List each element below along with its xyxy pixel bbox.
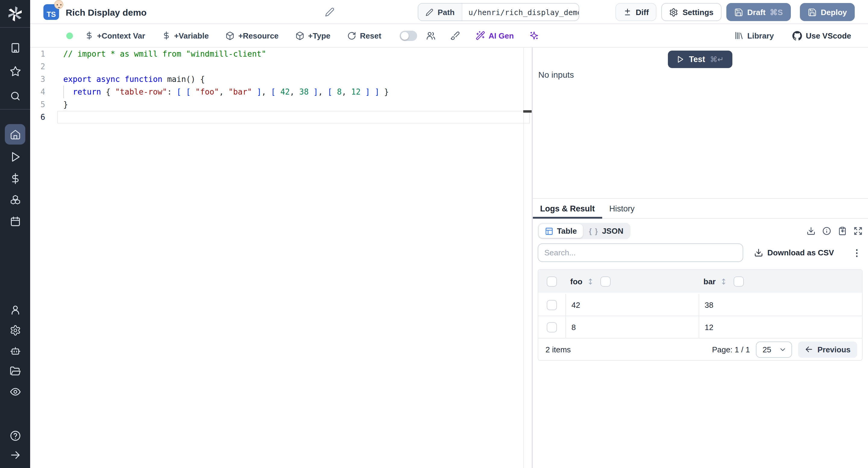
eye-icon xyxy=(9,386,21,397)
brush-icon xyxy=(450,31,460,40)
sidebar-item-workspace[interactable] xyxy=(5,37,25,58)
save-icon xyxy=(807,7,816,16)
home-icon xyxy=(9,129,21,140)
tab-history[interactable]: History xyxy=(602,199,642,218)
reset-icon xyxy=(347,31,356,40)
download-csv-button[interactable]: Download as CSV xyxy=(754,248,834,257)
column-foo-toggle[interactable] xyxy=(600,276,611,287)
sort-foo-button[interactable] xyxy=(587,277,594,285)
sidebar-collapse-button[interactable] xyxy=(5,444,25,465)
sidebar-item-folders[interactable] xyxy=(5,361,25,381)
clipboard-import-icon xyxy=(838,227,847,235)
use-vscode-button[interactable]: Use VScode xyxy=(792,30,851,41)
table-header-row: foo bar xyxy=(538,270,862,293)
download-result-button[interactable] xyxy=(807,227,815,235)
column-bar-toggle[interactable] xyxy=(734,276,744,287)
path-label: Path xyxy=(438,7,455,16)
settings-button[interactable]: Settings xyxy=(661,3,721,21)
add-resource-button[interactable]: +Resource xyxy=(226,31,279,40)
table-menu-button[interactable]: ⋮ xyxy=(852,247,861,258)
arrow-left-icon xyxy=(805,345,813,354)
copy-result-button[interactable] xyxy=(838,227,847,235)
line-number: 5 xyxy=(30,98,52,111)
table-footer: 2 items Page: 1 / 1 25 Previous xyxy=(538,338,862,360)
add-variable-button[interactable]: +Variable xyxy=(162,31,209,40)
sort-icon xyxy=(720,277,727,285)
sidebar-item-search[interactable] xyxy=(5,86,25,106)
view-json-option[interactable]: { } JSON xyxy=(583,224,629,238)
pencil-icon xyxy=(426,8,433,16)
scrollbar-cursor-marker xyxy=(523,110,532,113)
view-table-option[interactable]: Table xyxy=(539,224,583,238)
sidebar-item-audit[interactable] xyxy=(5,381,25,402)
diff-mode-toggle[interactable] xyxy=(399,30,417,41)
page-size-select[interactable]: 25 xyxy=(756,341,792,358)
path-value: u/henri/rich_display_demo xyxy=(462,4,579,21)
sidebar-item-workers[interactable] xyxy=(5,340,25,361)
code-line: return { "table-row": [ [ "foo", "bar" ]… xyxy=(63,86,389,98)
table-cell: 42 xyxy=(565,294,699,315)
ai-sparkles-button[interactable] xyxy=(530,31,539,40)
sidebar-item-home[interactable] xyxy=(5,124,25,144)
sidebar-item-help[interactable] xyxy=(5,425,25,446)
result-info-button[interactable] xyxy=(822,227,831,235)
items-count: 2 items xyxy=(546,345,571,354)
sidebar xyxy=(0,0,30,468)
add-context-var-button[interactable]: +Context Var xyxy=(85,31,145,40)
table-search-input[interactable] xyxy=(538,243,743,262)
test-shortcut: ⌘↵ xyxy=(710,55,724,64)
page-title: Rich Display demo xyxy=(66,0,147,24)
multiplayer-button[interactable] xyxy=(425,30,435,41)
sidebar-item-resources[interactable] xyxy=(5,190,25,210)
chevron-down-icon xyxy=(779,345,786,353)
expand-result-button[interactable] xyxy=(854,227,863,235)
previous-page-button[interactable]: Previous xyxy=(798,341,857,358)
code-editor[interactable]: 123456 // import * as wmill from "windmi… xyxy=(30,47,532,468)
row-checkbox[interactable] xyxy=(547,300,557,310)
play-icon xyxy=(9,151,21,162)
editor-toolbar: +Context Var +Variable +Resource +Type R… xyxy=(30,24,868,47)
table-cell: 12 xyxy=(699,316,862,338)
sidebar-item-favorites[interactable] xyxy=(5,61,25,81)
select-all-checkbox[interactable] xyxy=(547,276,557,287)
sidebar-item-variables[interactable] xyxy=(5,168,25,189)
format-button[interactable] xyxy=(450,31,460,40)
language-label: TS xyxy=(47,10,56,19)
ai-gen-button[interactable]: AI Gen xyxy=(475,31,514,40)
row-checkbox[interactable] xyxy=(547,322,557,332)
column-header-foo: foo xyxy=(565,276,699,287)
baby-emoji-icon xyxy=(54,0,63,9)
diff-button[interactable]: Diff xyxy=(615,3,656,21)
sort-bar-button[interactable] xyxy=(720,277,727,285)
status-dot xyxy=(66,32,73,39)
sidebar-item-settings[interactable] xyxy=(5,320,25,340)
sidebar-item-schedules[interactable] xyxy=(5,211,25,231)
line-number: 1 xyxy=(30,47,52,60)
expand-icon xyxy=(854,227,863,235)
sidebar-item-runs[interactable] xyxy=(5,146,25,167)
star-icon xyxy=(9,65,21,77)
help-icon xyxy=(9,430,21,441)
sidebar-divider xyxy=(0,27,30,28)
sort-icon xyxy=(587,277,594,285)
dollar-icon xyxy=(162,31,170,40)
library-button[interactable]: Library xyxy=(734,31,774,40)
sidebar-item-user[interactable] xyxy=(5,299,25,320)
tab-logs-result[interactable]: Logs & Result xyxy=(533,199,602,218)
reset-button[interactable]: Reset xyxy=(347,31,381,40)
edit-summary-button[interactable] xyxy=(325,7,335,17)
draft-shortcut: ⌘S xyxy=(770,7,783,16)
add-type-button[interactable]: +Type xyxy=(296,31,330,40)
code-line: export async function main() { xyxy=(63,73,389,86)
deploy-button[interactable]: Deploy xyxy=(800,3,855,21)
draft-button[interactable]: Draft ⌘S xyxy=(726,3,790,21)
path-field[interactable]: Path u/henri/rich_display_demo xyxy=(418,3,579,21)
calendar-icon xyxy=(9,215,21,227)
line-number: 4 xyxy=(30,86,52,98)
table-row: 812 xyxy=(538,316,862,338)
package-icon xyxy=(226,31,235,40)
braces-icon: { } xyxy=(589,227,598,235)
test-button[interactable]: Test ⌘↵ xyxy=(668,51,733,68)
path-label-segment: Path xyxy=(418,4,462,21)
windmill-logo[interactable] xyxy=(0,0,30,27)
